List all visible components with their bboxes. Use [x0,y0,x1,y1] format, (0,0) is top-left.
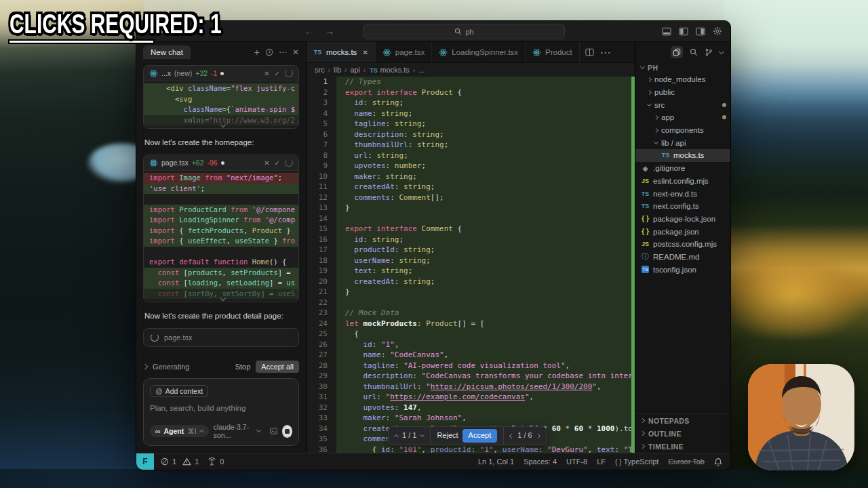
new-chat-icon[interactable]: + [254,47,260,58]
line-number: 32 [307,403,336,413]
file-tree-item-package-lock-json[interactable]: { }package-lock.json [635,213,730,226]
reject-changes-icon[interactable]: ✕ [264,70,269,77]
breadcrumb-item[interactable]: api [350,66,360,74]
back-icon[interactable]: ← [304,26,314,37]
chat-input-placeholder[interactable]: Plan, search, build anything [150,404,292,412]
code-token: import [149,216,179,224]
sidebar-section-timeline[interactable]: TIMELINE [635,440,730,453]
breadcrumb-item[interactable]: src [315,66,325,74]
project-root-row[interactable]: PH [635,62,730,73]
sidebar-section-notepads[interactable]: NOTEPADS [635,414,730,427]
file-tree-item-postcss-config-mjs[interactable]: JSpostcss.config.mjs [635,238,730,251]
problems-indicator[interactable]: 1 1 0 [161,458,224,466]
file-tree-item-eslint-config-mjs[interactable]: JSeslint.config.mjs [635,175,730,188]
toggle-sidebar-icon[interactable] [679,27,688,36]
breadcrumb-item[interactable]: ... [418,66,425,74]
more-tabs-icon[interactable]: ⋯ [600,46,611,59]
stop-generation-button[interactable] [282,425,292,438]
close-tab-icon[interactable]: ✕ [362,49,368,56]
refresh-icon[interactable] [285,159,293,167]
breadcrumb[interactable]: src›lib›api›TS mocks.ts›... [307,63,635,77]
file-tree-item-next-config-ts[interactable]: TSnext.config.ts [635,200,730,213]
diff-nav[interactable]: 1 / 1 [389,427,430,445]
cursor-position[interactable]: Ln 1, Col 1 [478,458,514,466]
file-tree-item-next-env-d-ts[interactable]: TSnext-env.d.ts [635,187,730,200]
code-editor[interactable]: 1// Types2export interface Product {3 id… [307,77,635,453]
search-icon[interactable] [690,48,698,56]
forward-icon[interactable]: → [325,26,334,37]
line-number: 17 [307,245,336,256]
code-token: string [381,266,408,275]
toggle-panel-icon[interactable] [662,27,671,36]
accept-changes-icon[interactable]: ✓ [275,159,280,167]
indentation[interactable]: Spaces: 4 [524,458,557,466]
accept-all-button[interactable]: Accept all [256,361,299,373]
video-caption: CLICKS REQUIRED: 1 [9,8,250,43]
more-actions-icon[interactable]: ⋯ [279,47,287,57]
file-tree-item-src[interactable]: src [635,98,730,111]
notifications-bell-icon[interactable] [714,458,722,466]
chevron-right-icon[interactable] [536,433,540,438]
file-tree-item-node_modules[interactable]: node_modules [635,73,730,86]
tab-label: LoadingSpinner.tsx [452,48,518,56]
chat-messages[interactable]: ...x(new)+32-1✕✓ <div className="flex ju… [136,62,306,358]
stop-button[interactable]: Stop [235,363,251,371]
code-token: setLoading [226,279,269,287]
file-tree-item-app[interactable]: app [635,111,730,124]
close-panel-icon[interactable]: ✕ [292,47,299,57]
code-token: ={ [222,105,231,113]
file-tree-item-mocks-ts[interactable]: TSmocks.ts [635,149,730,162]
breadcrumb-item[interactable]: lib [334,66,341,74]
expand-icon[interactable] [142,364,148,369]
chevron-up-icon[interactable] [394,434,399,439]
chevron-down-icon[interactable] [420,432,425,437]
agent-mode-selector[interactable]: ∞ Agent ⌘I [150,425,209,437]
git-branch-icon[interactable] [705,48,713,56]
reject-changes-icon[interactable]: ✕ [264,159,269,167]
eol[interactable]: LF [597,458,606,466]
encoding[interactable]: UTF-8 [566,458,587,466]
toggle-secondary-sidebar-icon[interactable] [696,27,705,36]
command-search-input[interactable]: ph [363,24,565,39]
code-token: mockProducts [363,319,417,328]
accept-button[interactable]: Accept [462,429,498,443]
chat-code-block-page[interactable]: page.tsx+62-96✕✓import Image from "next/… [143,155,299,302]
chat-input-box[interactable]: @ Add context Plan, search, build anythi… [143,378,299,446]
model-selector[interactable]: claude-3.7-son... [214,423,260,439]
pending-file-chip[interactable]: page.tsx [143,328,299,347]
settings-gear-icon[interactable] [713,26,722,36]
code-line-content: id: string; [336,98,635,108]
chat-tab[interactable]: New chat [143,45,191,59]
file-tree-item-readme-md[interactable]: ⓘREADME.md [635,251,730,264]
file-tree-item-public[interactable]: public [635,86,730,99]
accept-changes-icon[interactable]: ✓ [275,70,280,77]
breadcrumb-item[interactable]: TS mocks.ts [369,66,409,74]
sidebar-section-outline[interactable]: OUTLINE [635,427,730,440]
editor-tab-mocks-ts[interactable]: TSmocks.ts✕ [307,42,376,62]
split-editor-icon[interactable] [585,48,594,56]
language-mode[interactable]: { } TypeScript [615,458,658,466]
generation-status-row: Generating Stop Accept all [143,358,299,375]
file-tree-item--gitignore[interactable]: ◆.gitignore [635,162,730,175]
remote-indicator[interactable]: Ϝ [136,453,154,470]
chat-code-block-spinner[interactable]: ...x(new)+32-1✕✓ <div className="flex ju… [143,65,299,129]
editor-tab-page-tsx[interactable]: page.tsx [376,42,432,62]
copy-icon[interactable] [671,46,683,58]
file-tree-item-tsconfig-json[interactable]: TStsconfig.json [635,263,730,276]
history-icon[interactable] [265,48,273,56]
file-tree-item-components[interactable]: components [635,124,730,137]
code-token: 1000 [597,424,615,433]
file-tree-item-lib-api[interactable]: lib / api [635,136,730,149]
reject-button[interactable]: Reject [437,430,458,441]
chevron-left-icon[interactable] [509,433,514,438]
add-context-chip[interactable]: @ Add context [150,385,208,397]
attach-image-icon[interactable] [270,427,277,435]
editor-tab-loadingspinner-tsx[interactable]: LoadingSpinner.tsx [432,42,526,62]
chevron-down-icon[interactable] [719,48,724,54]
file-tree-item-package-json[interactable]: { }package.json [635,225,730,238]
code-token: : [386,119,395,128]
cursor-tab-toggle[interactable]: Cursor Tab [668,458,705,466]
file-pager[interactable]: 1 / 6 [503,427,545,445]
refresh-icon[interactable] [285,69,293,77]
editor-tab-product[interactable]: Product [526,42,580,62]
